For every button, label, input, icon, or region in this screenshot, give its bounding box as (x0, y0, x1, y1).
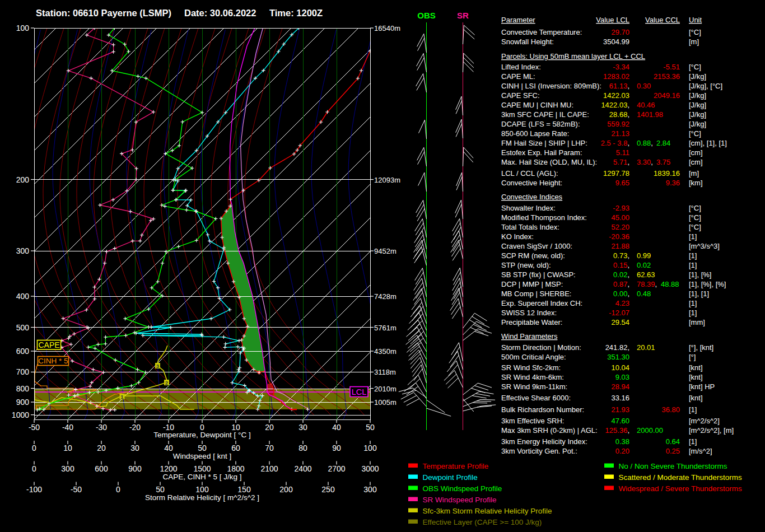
svg-text:Date: 30.06.2022: Date: 30.06.2022 (184, 8, 256, 18)
svg-text:Storm Relative Helicity [ m^2: Storm Relative Helicity [ m^2/s^2 ] (145, 493, 259, 502)
svg-text:LCL: LCL (352, 388, 367, 396)
svg-text:[°], [knt]: [°], [knt] (689, 343, 713, 352)
svg-text:4350m: 4350m (374, 347, 397, 356)
svg-text:-20: -20 (129, 423, 141, 432)
svg-text:[1], [1]: [1], [1] (689, 290, 709, 298)
svg-text:16540m: 16540m (374, 24, 400, 32)
svg-text:21.88: 21.88 (611, 242, 629, 250)
svg-text:9452m: 9452m (374, 247, 397, 255)
svg-text:Convective Indices: Convective Indices (501, 193, 563, 201)
svg-text:CAPE SFC:: CAPE SFC: (501, 91, 540, 100)
svg-text:Estofex Exp. Hail Param:: Estofex Exp. Hail Param: (501, 148, 582, 157)
svg-text:[°C]: [°C] (689, 129, 701, 138)
svg-text:2400: 2400 (294, 464, 311, 473)
svg-text:50: 50 (366, 423, 375, 432)
svg-text:[m^2/s^2]: [m^2/s^2] (689, 417, 720, 425)
svg-text:[J/kg], [°C]: [J/kg], [°C] (689, 82, 722, 90)
svg-text:100: 100 (16, 24, 30, 32)
svg-text:3km Vorticity Gen. Pot.:: 3km Vorticity Gen. Pot.: (501, 447, 577, 455)
svg-text:600: 600 (16, 347, 30, 356)
svg-text:400: 400 (16, 292, 30, 301)
svg-text:0.02,: 0.02, (613, 270, 629, 279)
svg-text:CAPE ML:: CAPE ML: (501, 72, 535, 81)
svg-text:600: 600 (95, 464, 108, 473)
svg-text:559.92: 559.92 (607, 120, 629, 128)
svg-text:5.71,: 5.71, (613, 158, 629, 166)
svg-text:[1]: [1] (689, 309, 697, 317)
svg-text:[°C]: [°C] (689, 213, 701, 222)
svg-text:2000.00: 2000.00 (637, 426, 663, 435)
svg-text:SB STP (fix) | CWASP:: SB STP (fix) | CWASP: (501, 270, 576, 279)
svg-text:Sfc-3km Storm Relative Helicit: Sfc-3km Storm Relative Helicity Profile (423, 507, 552, 515)
svg-text:1839.16: 1839.16 (654, 169, 680, 178)
svg-text:[°C]: [°C] (689, 204, 701, 212)
svg-text:KO Index:: KO Index: (501, 232, 534, 241)
svg-text:1000: 1000 (12, 410, 29, 419)
svg-text:241.82,: 241.82, (605, 343, 629, 352)
svg-text:800: 800 (16, 384, 30, 393)
svg-text:0: 0 (32, 464, 36, 473)
svg-text:5761m: 5761m (374, 324, 397, 332)
svg-text:300: 300 (16, 246, 30, 255)
svg-text:Widespread / Severe Thundersto: Widespread / Severe Thunderstorms (619, 484, 743, 493)
svg-text:1422.03: 1422.03 (603, 91, 629, 100)
svg-text:3: 3 (156, 363, 159, 369)
svg-text:1401.98: 1401.98 (637, 110, 663, 119)
svg-text:STP (new, old):: STP (new, old): (501, 261, 551, 269)
svg-text:900: 900 (16, 398, 30, 407)
svg-text:Max 3km SRH (0-2km) | AGL:: Max 3km SRH (0-2km) | AGL: (501, 426, 598, 435)
svg-text:-40: -40 (62, 423, 73, 432)
svg-text:Modified Thompson Index:: Modified Thompson Index: (501, 213, 587, 222)
svg-text:40.46: 40.46 (637, 101, 655, 109)
svg-text:-3.34: -3.34 (613, 63, 629, 71)
svg-text:[mm]: [mm] (689, 318, 705, 326)
svg-text:[°C]: [°C] (689, 28, 701, 36)
svg-text:Station: 06610 Payerne (LSMP): Station: 06610 Payerne (LSMP) (36, 8, 171, 18)
svg-text:[knt] HP: [knt] HP (689, 382, 715, 391)
svg-text:1422.03,: 1422.03, (601, 101, 629, 109)
svg-text:700: 700 (16, 367, 30, 376)
svg-text:[1]: [1] (689, 299, 697, 307)
svg-text:SWISS 12 Index:: SWISS 12 Index: (501, 309, 557, 317)
svg-text:28.94: 28.94 (611, 382, 629, 391)
svg-text:300: 300 (363, 485, 377, 494)
svg-text:0.15,: 0.15, (613, 261, 629, 269)
svg-text:0.64: 0.64 (666, 437, 680, 446)
svg-text:7428m: 7428m (374, 292, 397, 301)
svg-text:0.02: 0.02 (637, 261, 651, 269)
svg-text:250: 250 (321, 485, 335, 494)
svg-text:SR Wind 4km-6km:: SR Wind 4km-6km: (501, 373, 564, 381)
svg-text:9.65: 9.65 (615, 179, 629, 187)
svg-text:[cm]: [cm] (689, 148, 703, 157)
svg-text:20: 20 (97, 444, 106, 452)
svg-text:[1]: [1] (689, 232, 697, 241)
svg-text:[1]: [1] (689, 405, 697, 414)
svg-text:[1], [%], [%]: [1], [%], [%] (689, 280, 726, 288)
svg-text:21.93: 21.93 (611, 405, 629, 414)
svg-text:125.36,: 125.36, (605, 426, 629, 435)
svg-text:0.38: 0.38 (615, 437, 629, 446)
svg-text:2049.16: 2049.16 (654, 91, 680, 100)
svg-text:5.11: 5.11 (616, 148, 629, 157)
svg-text:0.48: 0.48 (637, 290, 651, 298)
svg-text:FM Hail Size | SHIP | LHP:: FM Hail Size | SHIP | LHP: (501, 139, 587, 147)
svg-text:3118m: 3118m (374, 368, 396, 376)
svg-text:3km SFC CAPE | IL CAPE:: 3km SFC CAPE | IL CAPE: (501, 110, 589, 119)
svg-text:Parameter: Parameter (501, 16, 535, 24)
svg-text:-100: -100 (26, 485, 42, 494)
svg-text:[J/kg]: [J/kg] (689, 72, 706, 81)
svg-text:33.16: 33.16 (611, 394, 629, 402)
svg-text:20: 20 (265, 423, 274, 432)
svg-text:Exp. Supercell Index CH:: Exp. Supercell Index CH: (501, 299, 582, 307)
svg-text:[1]: [1] (689, 437, 697, 446)
svg-text:36.80: 36.80 (661, 405, 680, 414)
svg-text:80: 80 (298, 444, 307, 452)
svg-text:[knt]: [knt] (689, 363, 703, 372)
svg-text:0.87,: 0.87, (613, 280, 629, 288)
svg-text:Temperature, Dewpoint [ °C ]: Temperature, Dewpoint [ °C ] (153, 431, 250, 439)
svg-text:Max. Hail Size (OLD, MU, IL):: Max. Hail Size (OLD, MU, IL): (501, 158, 597, 166)
svg-text:2100: 2100 (260, 464, 278, 473)
svg-text:47.60: 47.60 (611, 417, 629, 425)
svg-text:-50: -50 (71, 485, 82, 494)
svg-text:[1]: [1] (689, 261, 697, 269)
